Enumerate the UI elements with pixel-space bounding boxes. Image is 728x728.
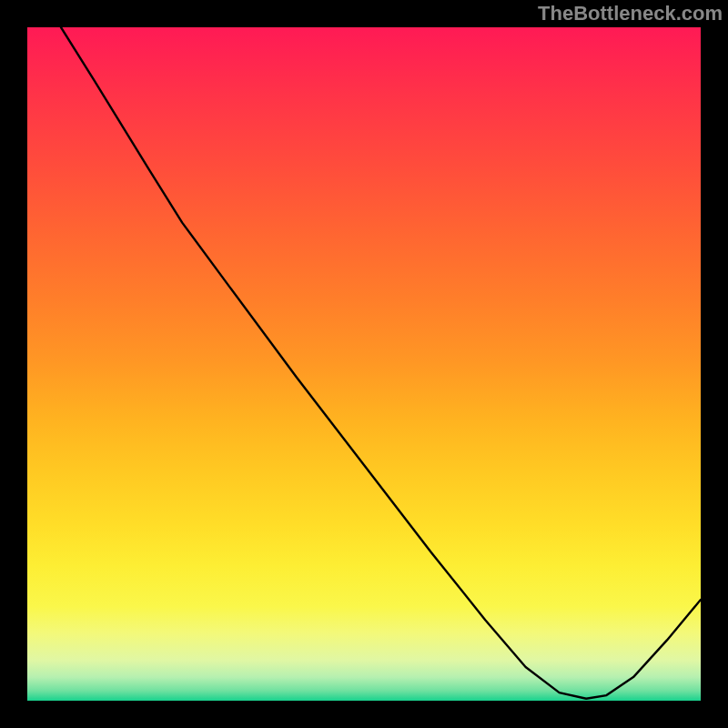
plot-area [27,27,701,701]
plot-svg [27,27,701,701]
gradient-background [27,27,701,701]
chart-canvas: TheBottleneck.com [0,0,728,728]
watermark-text: TheBottleneck.com [538,2,723,25]
